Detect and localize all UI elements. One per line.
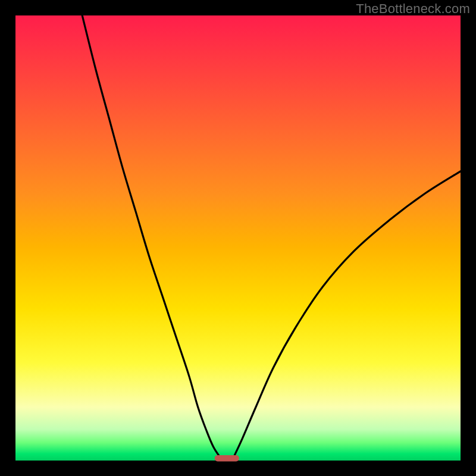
- chart-svg: [15, 15, 461, 461]
- curve-left-branch: [82, 15, 220, 458]
- chart-frame: TheBottleneck.com: [0, 0, 476, 476]
- minimum-marker: [215, 455, 239, 461]
- plot-area: [15, 15, 461, 461]
- curve-right-branch: [234, 171, 461, 458]
- watermark-text: TheBottleneck.com: [356, 1, 470, 17]
